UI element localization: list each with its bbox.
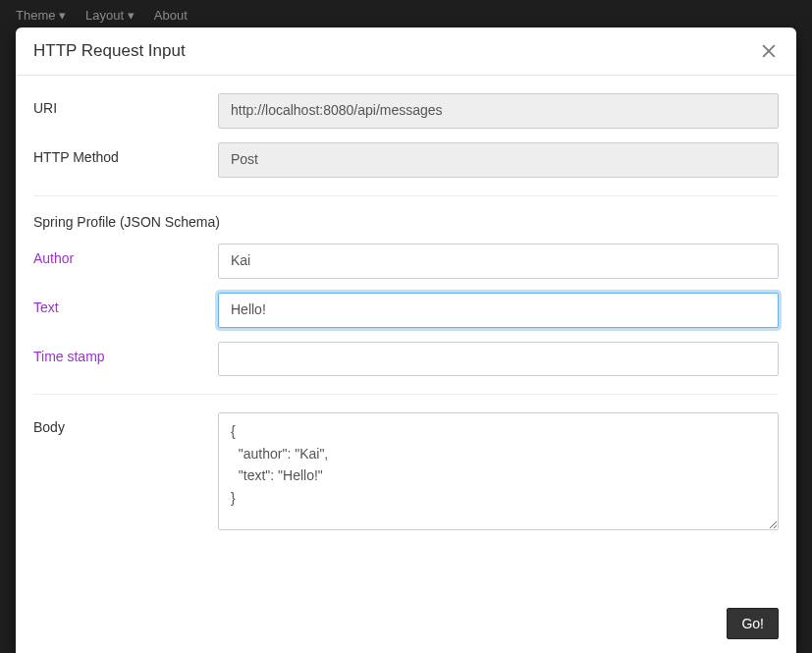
uri-input xyxy=(218,93,779,129)
divider xyxy=(33,394,779,395)
go-button[interactable]: Go! xyxy=(727,608,779,639)
modal-title: HTTP Request Input xyxy=(33,41,186,61)
body-textarea[interactable] xyxy=(218,412,779,530)
modal-footer: Go! xyxy=(16,594,796,653)
close-icon[interactable] xyxy=(759,41,779,61)
text-label: Text xyxy=(33,293,218,315)
timestamp-label: Time stamp xyxy=(33,342,218,364)
spring-profile-header: Spring Profile (JSON Schema) xyxy=(33,214,779,230)
uri-label: URI xyxy=(33,93,218,116)
author-label: Author xyxy=(33,244,218,266)
http-method-input xyxy=(218,142,779,178)
divider xyxy=(33,195,779,196)
http-method-label: HTTP Method xyxy=(33,142,218,165)
http-request-modal: HTTP Request Input URI HTTP Method Sprin… xyxy=(16,27,796,653)
timestamp-input[interactable] xyxy=(218,342,779,377)
author-input[interactable] xyxy=(218,244,779,279)
modal-body: URI HTTP Method Spring Profile (JSON Sch… xyxy=(16,76,796,594)
text-input[interactable] xyxy=(218,293,779,328)
body-label: Body xyxy=(33,412,218,435)
modal-header: HTTP Request Input xyxy=(16,27,796,76)
